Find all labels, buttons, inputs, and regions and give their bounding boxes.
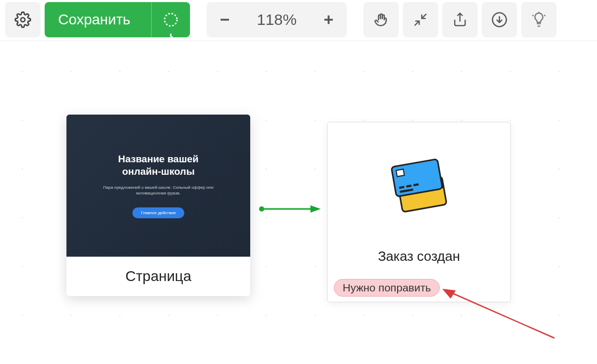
share-icon bbox=[452, 12, 468, 27]
minus-icon bbox=[218, 12, 232, 27]
preview-cta-button: Главное действие bbox=[132, 207, 184, 218]
pan-tool-button[interactable] bbox=[363, 2, 399, 37]
save-button[interactable]: Сохранить bbox=[45, 2, 190, 37]
plus-icon bbox=[321, 12, 336, 27]
node-order-title: Заказ создан bbox=[378, 248, 460, 264]
preview-heading-line2: онлайн-школы bbox=[122, 166, 195, 177]
credit-cards-icon bbox=[385, 122, 453, 248]
svg-point-13 bbox=[259, 206, 264, 212]
svg-line-11 bbox=[533, 15, 534, 16]
hints-button[interactable] bbox=[521, 2, 557, 37]
zoom-group: 118% bbox=[207, 2, 347, 37]
warning-badge[interactable]: Нужно поправить bbox=[334, 279, 440, 297]
save-button-label: Сохранить bbox=[58, 11, 130, 28]
svg-line-5 bbox=[422, 14, 427, 19]
lightbulb-icon bbox=[531, 12, 547, 27]
funnel-canvas[interactable]: Название вашей онлайн-школы Пара предлож… bbox=[0, 41, 597, 358]
collapse-icon bbox=[413, 12, 428, 27]
node-page[interactable]: Название вашей онлайн-школы Пара предлож… bbox=[66, 115, 250, 296]
page-preview: Название вашей онлайн-школы Пара предлож… bbox=[66, 115, 250, 257]
toolbar: Сохранить 118% bbox=[0, 0, 597, 41]
zoom-in-button[interactable] bbox=[310, 2, 347, 37]
share-button[interactable] bbox=[442, 2, 478, 37]
svg-line-12 bbox=[544, 15, 546, 16]
gear-icon bbox=[15, 11, 31, 28]
download-button[interactable] bbox=[482, 2, 517, 37]
hand-icon bbox=[373, 12, 389, 27]
settings-button[interactable] bbox=[5, 2, 40, 37]
zoom-level-display[interactable]: 118% bbox=[243, 2, 310, 37]
flow-connection-arrow[interactable] bbox=[259, 204, 321, 214]
node-order-created[interactable]: Заказ создан Нужно поправить bbox=[327, 122, 511, 302]
svg-line-6 bbox=[415, 21, 419, 26]
zoom-out-button[interactable] bbox=[207, 2, 243, 37]
preview-heading-line1: Название вашей bbox=[118, 153, 198, 164]
fit-view-button[interactable] bbox=[403, 2, 438, 37]
svg-point-0 bbox=[21, 18, 25, 22]
preview-heading: Название вашей онлайн-школы bbox=[118, 153, 198, 178]
history-icon bbox=[162, 11, 179, 28]
node-page-label: Страница bbox=[66, 257, 250, 296]
svg-rect-19 bbox=[396, 169, 404, 176]
history-button[interactable] bbox=[151, 2, 190, 37]
download-circle-icon bbox=[491, 11, 508, 28]
preview-subtext: Пара предложений о вашей школе. Сильный … bbox=[99, 185, 218, 196]
svg-marker-15 bbox=[310, 205, 321, 213]
svg-point-1 bbox=[165, 13, 177, 26]
